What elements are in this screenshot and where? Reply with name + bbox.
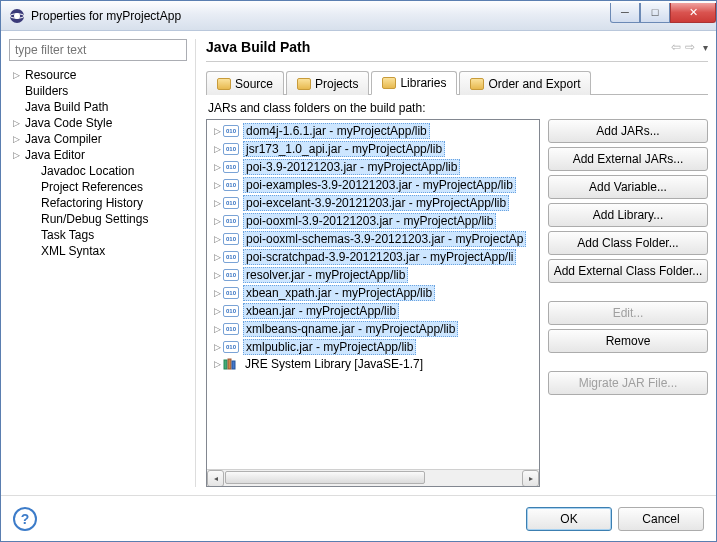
forward-icon[interactable]: ⇨ [685, 40, 695, 54]
jar-entry[interactable]: ▷010poi-examples-3.9-20121203.jar - myPr… [209, 176, 537, 194]
jar-entry[interactable]: ▷010xbean.jar - myProjectApp/lib [209, 302, 537, 320]
migrate-jar-button[interactable]: Migrate JAR File... [548, 371, 708, 395]
jar-label: dom4j-1.6.1.jar - myProjectApp/lib [243, 123, 430, 139]
jar-entry[interactable]: ▷010poi-ooxml-schemas-3.9-20121203.jar -… [209, 230, 537, 248]
jar-icon: 010 [223, 215, 239, 227]
jar-entry[interactable]: ▷010jsr173_1.0_api.jar - myProjectApp/li… [209, 140, 537, 158]
jar-entry[interactable]: ▷010poi-excelant-3.9-20121203.jar - myPr… [209, 194, 537, 212]
tab-icon [297, 78, 311, 90]
back-icon[interactable]: ⇦ [671, 40, 681, 54]
tree-item-java-compiler[interactable]: ▷Java Compiler [9, 131, 187, 147]
add-class-folder-button[interactable]: Add Class Folder... [548, 231, 708, 255]
view-menu-icon[interactable]: ▾ [703, 42, 708, 53]
add-variable-button[interactable]: Add Variable... [548, 175, 708, 199]
tree-label: Refactoring History [41, 196, 143, 210]
jar-icon: 010 [223, 323, 239, 335]
jar-entry[interactable]: ▷010poi-3.9-20121203.jar - myProjectApp/… [209, 158, 537, 176]
expand-arrow-icon: ▷ [211, 126, 223, 136]
tree-item-resource[interactable]: ▷Resource [9, 67, 187, 83]
jar-entry[interactable]: ▷010poi-ooxml-3.9-20121203.jar - myProje… [209, 212, 537, 230]
page-heading: Java Build Path ⇦ ⇨ ▾ [206, 39, 708, 62]
jar-icon: 010 [223, 269, 239, 281]
jar-label: jsr173_1.0_api.jar - myProjectApp/lib [243, 141, 445, 157]
minimize-button[interactable]: ─ [610, 3, 640, 23]
scroll-right-button[interactable]: ▸ [522, 470, 539, 487]
scroll-left-button[interactable]: ◂ [207, 470, 224, 487]
expand-arrow-icon: ▷ [13, 134, 25, 144]
titlebar: Properties for myProjectApp ─ □ ✕ [1, 1, 716, 31]
add-library-button[interactable]: Add Library... [548, 203, 708, 227]
expand-arrow-icon: ▷ [211, 234, 223, 244]
tree-item-java-code-style[interactable]: ▷Java Code Style [9, 115, 187, 131]
tab-label: Libraries [400, 76, 446, 90]
dialog-footer: ? OK Cancel [1, 495, 716, 541]
expand-arrow-icon: ▷ [211, 162, 223, 172]
horizontal-scrollbar[interactable]: ◂ ▸ [207, 469, 539, 486]
tab-order-and-export[interactable]: Order and Export [459, 71, 591, 95]
jar-label: xmlpublic.jar - myProjectApp/lib [243, 339, 416, 355]
tab-libraries[interactable]: Libraries [371, 71, 457, 95]
scroll-thumb[interactable] [225, 471, 425, 484]
expand-arrow-icon: ▷ [211, 342, 223, 352]
cancel-button[interactable]: Cancel [618, 507, 704, 531]
tree-label: Javadoc Location [41, 164, 134, 178]
jar-icon: 010 [223, 341, 239, 353]
help-icon[interactable]: ? [13, 507, 37, 531]
jar-label: xbean.jar - myProjectApp/lib [243, 303, 399, 319]
tree-item-javadoc-location[interactable]: Javadoc Location [9, 163, 187, 179]
tree-label: Project References [41, 180, 143, 194]
filter-input[interactable] [9, 39, 187, 61]
jar-entry[interactable]: ▷010xbean_xpath.jar - myProjectApp/lib [209, 284, 537, 302]
jar-label: JRE System Library [JavaSE-1.7] [243, 357, 425, 371]
tree-item-builders[interactable]: Builders [9, 83, 187, 99]
tree-item-xml-syntax[interactable]: XML Syntax [9, 243, 187, 259]
maximize-button[interactable]: □ [640, 3, 670, 23]
tree-label: Builders [25, 84, 68, 98]
jar-icon: 010 [223, 161, 239, 173]
tab-projects[interactable]: Projects [286, 71, 369, 95]
list-description: JARs and class folders on the build path… [208, 101, 708, 115]
expand-arrow-icon: ▷ [211, 306, 223, 316]
jar-entry[interactable]: ▷010xmlbeans-qname.jar - myProjectApp/li… [209, 320, 537, 338]
tree-label: XML Syntax [41, 244, 105, 258]
jar-entry[interactable]: ▷010xmlpublic.jar - myProjectApp/lib [209, 338, 537, 356]
remove-button[interactable]: Remove [548, 329, 708, 353]
tab-label: Projects [315, 77, 358, 91]
jre-system-library[interactable]: ▷JRE System Library [JavaSE-1.7] [209, 356, 537, 372]
jar-label: xbean_xpath.jar - myProjectApp/lib [243, 285, 435, 301]
jar-entry[interactable]: ▷010resolver.jar - myProjectApp/lib [209, 266, 537, 284]
tree-item-refactoring-history[interactable]: Refactoring History [9, 195, 187, 211]
jar-label: poi-3.9-20121203.jar - myProjectApp/lib [243, 159, 460, 175]
add-external-jars-button[interactable]: Add External JARs... [548, 147, 708, 171]
tree-item-task-tags[interactable]: Task Tags [9, 227, 187, 243]
tab-icon [470, 78, 484, 90]
jar-label: xmlbeans-qname.jar - myProjectApp/lib [243, 321, 458, 337]
svg-rect-3 [224, 360, 227, 369]
jar-entry[interactable]: ▷010poi-scratchpad-3.9-20121203.jar - my… [209, 248, 537, 266]
ok-button[interactable]: OK [526, 507, 612, 531]
jar-list[interactable]: ▷010dom4j-1.6.1.jar - myProjectApp/lib▷0… [207, 120, 539, 469]
edit-button[interactable]: Edit... [548, 301, 708, 325]
category-tree[interactable]: ▷ResourceBuildersJava Build Path▷Java Co… [9, 67, 187, 487]
expand-arrow-icon: ▷ [211, 252, 223, 262]
tree-item-java-build-path[interactable]: Java Build Path [9, 99, 187, 115]
tree-item-project-references[interactable]: Project References [9, 179, 187, 195]
jar-label: resolver.jar - myProjectApp/lib [243, 267, 408, 283]
jar-list-container: ▷010dom4j-1.6.1.jar - myProjectApp/lib▷0… [206, 119, 540, 487]
add-jars-button[interactable]: Add JARs... [548, 119, 708, 143]
tab-source[interactable]: Source [206, 71, 284, 95]
tree-item-run-debug-settings[interactable]: Run/Debug Settings [9, 211, 187, 227]
jar-label: poi-ooxml-schemas-3.9-20121203.jar - myP… [243, 231, 526, 247]
close-button[interactable]: ✕ [670, 3, 716, 23]
right-panel: Java Build Path ⇦ ⇨ ▾ SourceProjectsLibr… [195, 39, 708, 487]
tree-item-java-editor[interactable]: ▷Java Editor [9, 147, 187, 163]
tab-icon [382, 77, 396, 89]
jar-entry[interactable]: ▷010dom4j-1.6.1.jar - myProjectApp/lib [209, 122, 537, 140]
expand-arrow-icon: ▷ [211, 180, 223, 190]
left-panel: ▷ResourceBuildersJava Build Path▷Java Co… [9, 39, 187, 487]
jar-icon: 010 [223, 305, 239, 317]
jar-icon: 010 [223, 179, 239, 191]
add-external-class-folder-button[interactable]: Add External Class Folder... [548, 259, 708, 283]
svg-point-2 [14, 13, 20, 19]
page-title: Java Build Path [206, 39, 669, 55]
